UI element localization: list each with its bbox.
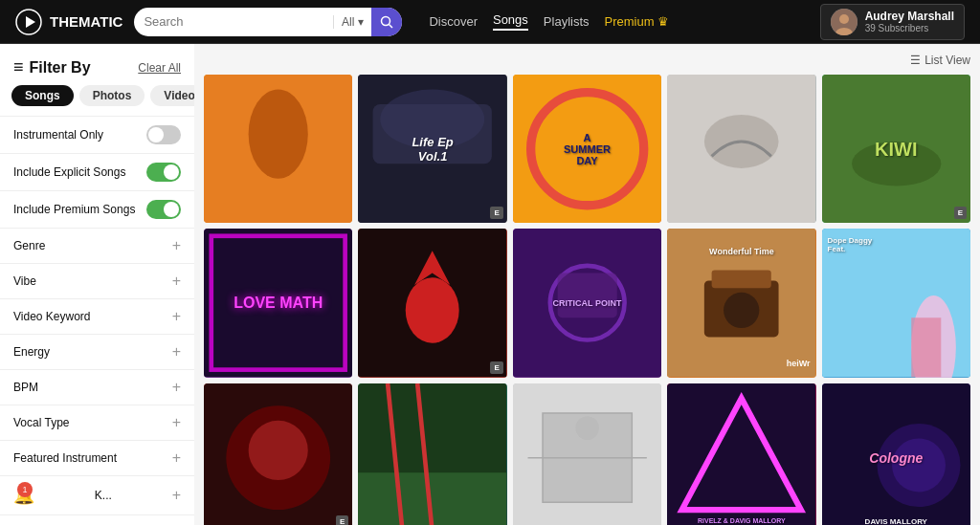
explicit-badge-7: E [490,361,502,374]
body: ≡ Filter By Clear All Songs Photos Video… [0,44,980,525]
svg-rect-32 [911,318,941,378]
nav-discover[interactable]: Discover [429,14,478,29]
filter-instrument-label: Featured Instrument [13,451,117,465]
songs-grid: Life EpVol.1 E ASUMMERDAY [204,75,970,525]
song-item-15[interactable]: Cologne DAVIS MALLORY [822,383,970,525]
filter-video-keyword[interactable]: Video Keyword + [0,298,194,334]
tab-videos[interactable]: Videos [150,85,194,106]
toggle-explicit[interactable] [146,163,181,182]
filter-vocal-type[interactable]: Vocal Type + [0,405,194,440]
filter-k-row[interactable]: 🔔 1 K... + [0,475,194,514]
filter-title: ≡ Filter By [13,57,91,77]
avatar-image [831,9,858,35]
search-filter-dropdown[interactable]: All ▾ [333,15,371,29]
song-title-9: Wonderful Time [675,247,809,256]
filter-energy[interactable]: Energy + [0,334,194,369]
svg-marker-1 [26,16,35,28]
song-item-14[interactable]: RIVELZ & DAVIG MALLORY [667,383,815,525]
svg-point-5 [839,14,849,24]
expand-vocaltype-icon: + [172,414,181,431]
avatar [831,9,858,35]
main-content: ☰ List View Life EpVol.1 E [194,44,980,525]
song-item-12[interactable] [358,383,506,525]
search-filter-label: All [342,15,354,29]
filter-explicit-songs: Include Explicit Songs [0,153,194,190]
search-icon [380,15,393,29]
song-item-9[interactable]: Wonderful Time heiWr [667,229,815,377]
song-item-13[interactable] [513,383,661,525]
song-item-1[interactable] [204,75,352,223]
song-title-3: ASUMMERDAY [521,132,655,166]
filter-bpm[interactable]: BPM + [0,369,194,405]
song-item-10[interactable]: Dope DaggyFeat. [822,229,970,377]
user-name: Audrey Marshall [865,10,954,23]
filter-vibe[interactable]: Vibe + [0,263,194,298]
filter-title-text: Filter By [30,59,91,77]
filter-k-label: K... [95,489,112,502]
tab-photos[interactable]: Photos [79,85,145,106]
user-info[interactable]: Audrey Marshall 39 Subscribers [820,4,965,40]
filter-header: ≡ Filter By Clear All [0,44,194,85]
list-view-icon: ☰ [910,54,921,67]
list-view-button[interactable]: ☰ List View [910,54,970,67]
nav-links: Discover Songs Playlists Premium ♛ [429,12,669,31]
search-button[interactable] [371,8,402,36]
song-title-2: Life EpVol.1 [366,135,500,164]
notification-badge: 1 [17,482,33,497]
svg-line-3 [390,24,393,28]
song-item-2[interactable]: Life EpVol.1 E [358,75,506,223]
song-item-3[interactable]: ASUMMERDAY [513,75,661,223]
tab-songs[interactable]: Songs [11,85,74,106]
search-input[interactable] [134,14,333,29]
toggle-premium[interactable] [146,200,181,219]
song-item-7[interactable]: E [358,229,506,377]
logo-text: THEMATIC [50,13,122,30]
logo: THEMATIC [15,9,122,35]
svg-rect-43 [667,383,815,525]
expand-k-icon: + [172,487,181,504]
expand-videokw-icon: + [172,308,181,325]
nav-premium[interactable]: Premium ♛ [605,14,670,29]
logo-icon [15,9,42,35]
toggle-instrumental[interactable] [146,125,181,144]
explicit-badge-2: E [490,207,502,219]
svg-point-42 [575,416,599,440]
filter-premium-songs: Include Premium Songs [0,190,194,228]
song-item-6[interactable]: LOVE MATH [204,229,352,377]
song-title-10: Dope DaggyFeat. [828,236,873,253]
premium-icon: ♛ [657,14,669,29]
svg-point-22 [406,278,459,343]
expand-vibe-icon: + [172,273,181,290]
filter-genre[interactable]: Genre + [0,228,194,263]
header: THEMATIC All ▾ Discover Songs Playlists … [0,0,980,44]
nav-playlists[interactable]: Playlists [544,14,590,29]
filter-featured-instrument[interactable]: Featured Instrument + [0,440,194,475]
filter-instrumental-label: Instrumental Only [13,128,103,142]
expand-energy-icon: + [172,343,181,361]
user-text: Audrey Marshall 39 Subscribers [865,10,954,33]
svg-point-2 [382,16,390,25]
song-item-4[interactable] [667,75,815,223]
expand-genre-icon: + [172,237,181,254]
song-item-11[interactable]: E [204,383,352,525]
sidebar: ≡ Filter By Clear All Songs Photos Video… [0,44,194,525]
expand-bpm-icon: + [172,379,181,396]
filter-song-length[interactable]: Song Length + [0,514,194,525]
clear-all-button[interactable]: Clear All [138,61,181,75]
filter-instrumental-only: Instrumental Only [0,116,194,153]
explicit-badge-11: E [336,515,348,525]
song-item-8[interactable]: CRITICAL POINT [513,229,661,377]
filter-bpm-label: BPM [13,381,38,394]
svg-rect-25 [557,273,616,318]
filter-tabs: Songs Photos Videos [0,85,194,116]
expand-instrument-icon: + [172,449,181,467]
svg-point-8 [249,90,308,179]
song-title-8: CRITICAL POINT [521,298,655,308]
chevron-down-icon: ▾ [358,15,364,29]
explicit-badge-5: E [954,207,967,219]
nav-songs[interactable]: Songs [493,12,528,31]
song-item-5[interactable]: KIWI E [822,75,970,223]
filter-icon: ≡ [13,57,24,77]
song-title-14: RIVELZ & DAVIG MALLORY [675,517,809,524]
filter-vibe-label: Vibe [13,274,36,288]
